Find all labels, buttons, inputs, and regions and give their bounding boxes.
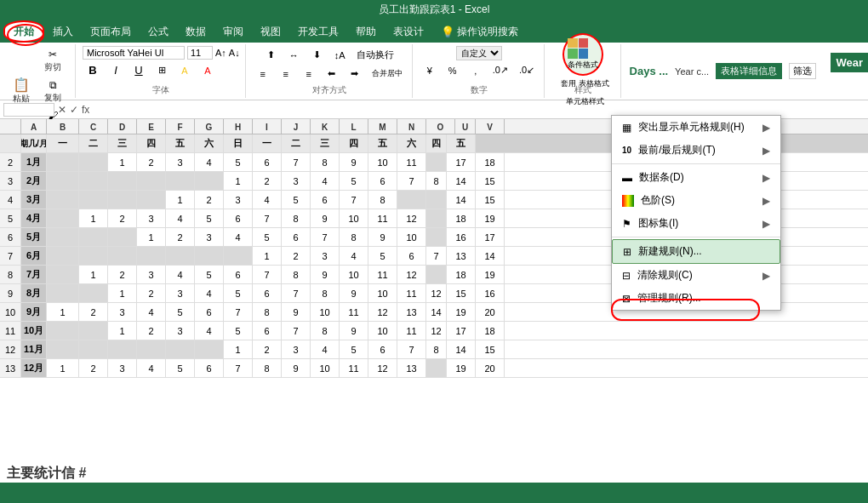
tab-view[interactable]: 视图 [252, 20, 289, 43]
month-label-5[interactable]: 5月 [21, 228, 47, 246]
month-label-3[interactable]: 3月 [21, 191, 47, 209]
cell-3-12[interactable] [397, 191, 426, 209]
align-middle-button[interactable]: ↔ [283, 48, 304, 63]
cell-11-1[interactable] [79, 340, 108, 358]
text-direction-button[interactable]: ↕A [329, 48, 350, 63]
cell-1-4[interactable]: 3 [166, 153, 195, 171]
cell-6-15[interactable]: 14 [476, 247, 505, 265]
cell-3-9[interactable]: 6 [311, 191, 340, 209]
week-col-2[interactable]: 一 [47, 134, 79, 152]
cell-10-5[interactable]: 4 [195, 322, 224, 340]
cell-1-15[interactable]: 18 [476, 153, 505, 171]
cell-3-8[interactable]: 5 [282, 191, 311, 209]
wear-button[interactable]: Wear [831, 53, 868, 72]
cell-9-3[interactable]: 4 [137, 303, 166, 321]
cell-11-4[interactable] [166, 340, 195, 358]
cell-12-2[interactable]: 3 [108, 359, 137, 377]
font-color-button[interactable]: A [197, 63, 218, 78]
cell-4-2[interactable]: 2 [108, 209, 137, 227]
week-col-12[interactable]: 四 [340, 134, 368, 152]
cell-4-0[interactable] [47, 209, 79, 227]
cell-7-9[interactable]: 9 [311, 266, 340, 283]
cell-3-15[interactable]: 15 [476, 191, 505, 209]
cell-1-6[interactable]: 5 [224, 153, 253, 171]
cell-4-14[interactable]: 18 [447, 209, 476, 227]
cell-2-5[interactable] [195, 172, 224, 190]
cell-2-4[interactable] [166, 172, 195, 190]
cell-5-12[interactable]: 10 [397, 228, 426, 246]
align-bottom-button[interactable]: ⬇ [306, 47, 327, 63]
week-col-14[interactable]: 六 [397, 134, 426, 152]
cell-7-5[interactable]: 5 [195, 266, 224, 283]
ctx-clear-rules[interactable]: ⊟ 清除规则(C) ▶ [612, 264, 780, 287]
cell-9-10[interactable]: 11 [340, 303, 368, 321]
cell-11-13[interactable]: 8 [426, 340, 447, 358]
cell-12-14[interactable]: 19 [447, 359, 476, 377]
cell-3-4[interactable]: 1 [166, 191, 195, 209]
ctx-icon-sets[interactable]: ⚑ 图标集(I) ▶ [612, 212, 780, 235]
currency-button[interactable]: ¥ [420, 63, 440, 78]
cell-1-11[interactable]: 10 [368, 153, 397, 171]
cell-10-9[interactable]: 8 [311, 322, 340, 340]
cancel-icon[interactable]: ✕ [58, 104, 66, 116]
cell-12-0[interactable]: 1 [47, 359, 79, 377]
cell-7-6[interactable]: 6 [224, 266, 253, 283]
indent-less-button[interactable]: ⬅ [322, 66, 342, 82]
cell-8-14[interactable]: 15 [447, 284, 476, 302]
cell-8-0[interactable] [47, 284, 79, 302]
cell-11-0[interactable] [47, 340, 79, 358]
cell-9-14[interactable]: 19 [447, 303, 476, 321]
cell-11-3[interactable] [137, 340, 166, 358]
cell-12-1[interactable]: 2 [79, 359, 108, 377]
cell-10-10[interactable]: 9 [340, 322, 368, 340]
cell-3-5[interactable]: 2 [195, 191, 224, 209]
ctx-highlight-rules[interactable]: ▦ 突出显示单元格规则(H) ▶ [612, 116, 780, 139]
cell-5-4[interactable]: 2 [166, 228, 195, 246]
cell-12-8[interactable]: 9 [282, 359, 311, 377]
cell-11-6[interactable]: 1 [224, 340, 253, 358]
indent-more-button[interactable]: ➡ [345, 66, 365, 82]
cell-8-6[interactable]: 5 [224, 284, 253, 302]
cell-6-5[interactable] [195, 247, 224, 265]
cell-8-2[interactable]: 1 [108, 284, 137, 302]
cell-1-7[interactable]: 6 [253, 153, 282, 171]
week-col-7[interactable]: 六 [195, 134, 224, 152]
cell-6-2[interactable] [108, 247, 137, 265]
week-col-4[interactable]: 三 [108, 134, 137, 152]
align-right-button[interactable]: ≡ [299, 66, 319, 82]
cell-6-3[interactable] [137, 247, 166, 265]
cell-1-8[interactable]: 7 [282, 153, 311, 171]
tab-insert[interactable]: 插入 [44, 20, 82, 43]
cell-3-10[interactable]: 7 [340, 191, 368, 209]
align-center-button[interactable]: ≡ [276, 66, 296, 82]
cell-9-13[interactable]: 14 [426, 303, 447, 321]
month-label-1[interactable]: 1月 [21, 153, 47, 171]
cell-1-9[interactable]: 8 [311, 153, 340, 171]
cell-5-14[interactable]: 16 [447, 228, 476, 246]
font-grow-icon[interactable]: A↑ [215, 48, 226, 58]
percent-button[interactable]: % [443, 63, 463, 78]
cell-2-12[interactable]: 7 [397, 172, 426, 190]
cell-1-2[interactable]: 1 [108, 153, 137, 171]
tab-home[interactable]: 开始 [3, 20, 44, 43]
tab-table-design[interactable]: 表设计 [385, 20, 432, 43]
cell-4-1[interactable]: 1 [79, 209, 108, 227]
cell-10-4[interactable]: 3 [166, 322, 195, 340]
tab-search[interactable]: 💡 操作说明搜索 [432, 20, 527, 43]
cell-7-0[interactable] [47, 266, 79, 283]
cell-7-15[interactable]: 19 [476, 266, 505, 283]
cell-5-2[interactable] [108, 228, 137, 246]
cell-10-2[interactable]: 1 [108, 322, 137, 340]
conditional-format-button[interactable]: 条件格式 [562, 33, 603, 76]
cell-2-1[interactable] [79, 172, 108, 190]
cell-12-13[interactable] [426, 359, 447, 377]
cell-5-7[interactable]: 5 [253, 228, 282, 246]
cell-8-5[interactable]: 4 [195, 284, 224, 302]
month-label-10[interactable]: 10月 [21, 322, 47, 340]
cell-12-6[interactable]: 7 [224, 359, 253, 377]
cell-7-8[interactable]: 8 [282, 266, 311, 283]
cell-4-3[interactable]: 3 [137, 209, 166, 227]
formula-input[interactable]: =IFERROR(IF(TEXT(DATE(Calendar_Year,ROW(… [93, 104, 865, 115]
bold-button[interactable]: B [83, 61, 103, 79]
week-col-10[interactable]: 二 [282, 134, 311, 152]
